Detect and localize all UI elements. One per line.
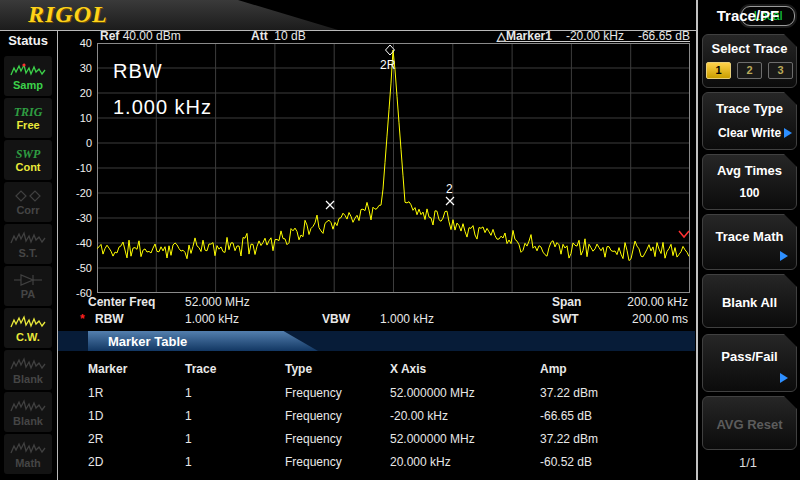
preamp-icon [12,272,44,288]
trace-button-1[interactable]: 1 [706,62,731,79]
menu-title: Trace/PF [698,7,798,24]
marker-table-row: -60.52 dB [540,455,592,469]
marker-table-row: 2R [88,432,103,446]
att-label: Att [251,29,268,43]
y-tick-label: -50 [66,262,92,274]
y-tick-label: -30 [66,212,92,224]
marker-table-header: Amp [540,362,567,376]
marker-table-row: -20.00 kHz [390,409,448,423]
swt-value: 200.00 ms [632,312,688,326]
swt-label: SWT [552,312,579,326]
marker-table-row: 37.22 dBm [540,432,598,446]
center-freq-label: Center Freq [88,295,155,309]
waveform-icon [10,230,46,247]
rbw-label: RBW [95,312,124,326]
waveform-icon [10,398,46,415]
ref-level: Ref 40.00 dBm [100,29,181,43]
rbw-overlay-line1: RBW [113,60,163,83]
softkey-value: 100 [703,186,796,200]
softkey-trace-type[interactable]: Trace Type Clear Write [702,92,797,150]
status-top-text: TRIG [14,106,43,119]
softkey-label: Trace Math [703,229,796,244]
marker-table-row: 2D [88,455,103,469]
status-indicator-cw: C.W. [4,308,52,348]
softkey-pass-fail[interactable]: Pass/Fail [702,334,797,392]
softkey-value: Clear Write [703,126,796,140]
y-tick-label: 30 [66,62,92,74]
softkey-label: Trace Type [703,101,796,116]
att-value: 10 dB [274,29,305,43]
trace-button-3[interactable]: 3 [768,62,793,79]
marker-table-row: 1 [185,455,192,469]
marker-table-title: Marker Table [108,334,187,349]
delta-marker-label: 2 [446,182,453,196]
vbw-value: 1.000 kHz [380,312,434,326]
status-indicator-pa: PA [4,266,52,306]
marker-table-header: Marker [88,362,127,376]
marker-table-row: 1 [185,386,192,400]
status-indicator-free: TRIGFree [4,98,52,138]
marker-table-row: Frequency [285,386,342,400]
trace-select-group: 123 [703,62,796,79]
status-label: S.T. [19,248,38,259]
status-label: Corr [16,205,39,216]
peak-marker-label: 2R [380,58,396,72]
right-divider [696,0,698,480]
submenu-arrow-icon [784,128,792,138]
center-freq-value: 52.000 MHz [185,295,250,309]
softkey-label: Avg Times [703,163,796,178]
y-tick-label: 10 [66,112,92,124]
status-label: Cont [15,162,40,173]
y-tick-label: -20 [66,187,92,199]
corr-icon [12,188,44,204]
y-tick-label: 40 [66,37,92,49]
marker-table-row: 1D [88,409,103,423]
softkey-label: Select Trace [703,41,796,56]
softkey-label: Blank All [703,295,796,310]
page-indicator: 1/1 [698,455,798,470]
waveform-icon [10,440,46,457]
span-value: 200.00 kHz [627,295,688,309]
status-indicator-cont: SWPCont [4,140,52,180]
status-label: Blank [13,416,43,427]
waveform-icon [10,356,46,373]
softkey-select-trace[interactable]: Select Trace 123 [702,34,797,88]
sample-dot-icon [22,63,25,66]
span-label: Span [552,295,581,309]
ref-label: Ref [100,29,119,43]
status-label: Samp [13,80,43,91]
attenuation: Att 10 dB [251,29,306,43]
rbw-overlay-line2: 1.000 kHz [113,96,212,119]
softkey-blank-all[interactable]: Blank All [702,274,797,328]
status-title: Status [0,33,56,48]
status-indicator-blank: Blank [4,392,52,432]
marker-readout-underline [500,41,690,42]
softkey-avg-reset: AVG Reset [702,396,797,450]
marker-table-row: Frequency [285,409,342,423]
status-indicator-math: Math [4,434,52,474]
marker-table-row: 1 [185,409,192,423]
trace-button-2[interactable]: 2 [737,62,762,79]
left-divider [57,30,58,480]
marker-table-header: X Axis [390,362,426,376]
marker-table-header: Trace [185,362,216,376]
softkey-label: AVG Reset [703,417,796,432]
marker-table-row: 52.000000 MHz [390,386,475,400]
status-indicator-corr: Corr [4,182,52,222]
status-label: Math [15,458,41,469]
submenu-arrow-icon [780,251,788,261]
rbw-asterisk: * [80,312,85,326]
softkey-trace-math[interactable]: Trace Math [702,214,797,270]
rbw-value: 1.000 kHz [185,312,239,326]
waveform-icon [10,314,46,331]
marker-table-banner: Marker Table [58,331,695,351]
status-indicator-st: S.T. [4,224,52,264]
marker-table-row: 1 [185,432,192,446]
status-label: Free [16,120,39,131]
status-indicator-blank: Blank [4,350,52,390]
y-tick-label: 0 [66,137,92,149]
softkey-avg-times[interactable]: Avg Times 100 [702,154,797,210]
marker-table-row: 37.22 dBm [540,386,598,400]
status-label: PA [21,289,35,300]
marker-table-header: Type [285,362,312,376]
